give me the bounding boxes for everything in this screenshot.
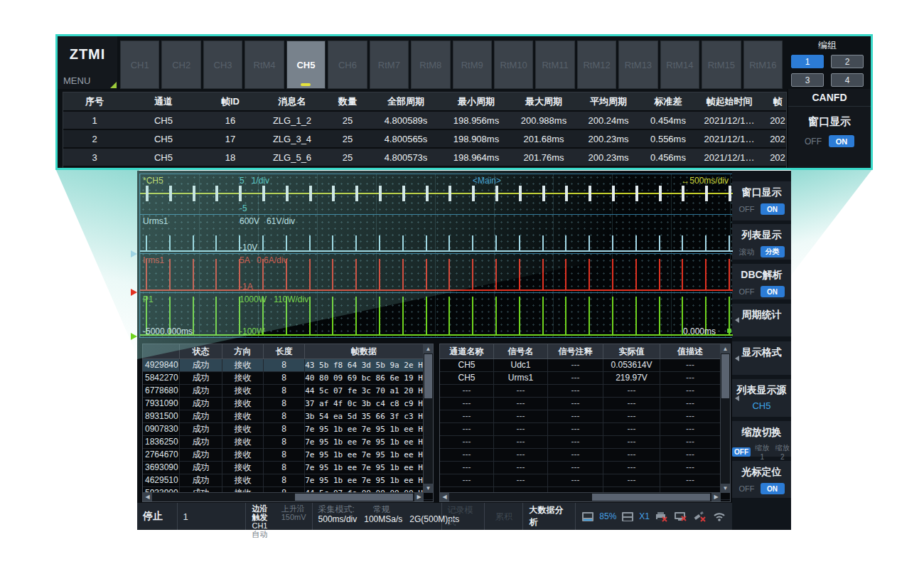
trace-baseline <box>140 334 733 336</box>
frame-row-8[interactable]: 2764670成功接收87e 95 1b ee 7e 95 1b ee H <box>143 449 433 462</box>
tab-rtm12[interactable]: RtM12 <box>577 41 616 89</box>
sidebar-item-3[interactable]: DBC解析OFFON <box>732 264 791 299</box>
group-button-4[interactable]: 4 <box>831 73 864 87</box>
stats-row-2[interactable]: 2CH517ZLG_3_4254.800565s198.908ms201.68m… <box>63 129 787 148</box>
channel-position-marker-irms1[interactable] <box>131 289 137 296</box>
scroll-up-arrow[interactable]: ▲ <box>721 344 730 353</box>
vertical-scrollbar[interactable]: ▲▼ <box>720 344 730 493</box>
horizontal-scrollbar[interactable]: ◀▶ <box>143 492 424 501</box>
window-display-item[interactable]: 窗口显示 OFF ON <box>788 107 871 147</box>
group-button-2[interactable]: 2 <box>831 55 864 68</box>
group-button-3[interactable]: 3 <box>791 73 824 87</box>
scroll-thumb[interactable] <box>295 494 413 501</box>
toggle-off-option[interactable]: OFF <box>739 287 755 296</box>
frame-row-1[interactable]: 4929840成功接收843 5b f8 64 3d 5b 9a 2e H <box>143 359 433 372</box>
window-display-off-option[interactable]: OFF <box>805 137 822 147</box>
toggle-on-option[interactable]: 分类 <box>761 246 785 257</box>
tab-rtm11[interactable]: RtM11 <box>535 41 574 89</box>
tab-ch6[interactable]: CH6 <box>328 41 367 89</box>
stats-row-3[interactable]: 3CH518ZLG_5_6254.800573s198.964ms201.76m… <box>63 148 787 166</box>
record-mode-button[interactable]: 记录模式 <box>442 503 485 530</box>
scroll-left-arrow[interactable]: ◀ <box>440 493 449 501</box>
toggle-off-option[interactable]: 滚动 <box>739 247 755 257</box>
sidebar-item-7[interactable]: 缩放切换OFF缩放1缩放2 <box>732 421 791 457</box>
scroll-left-arrow[interactable]: ◀ <box>143 493 152 501</box>
stats-col-header: 最大周期 <box>511 92 576 111</box>
signal-row-9[interactable]: --------------- <box>440 462 730 474</box>
horizontal-scrollbar[interactable]: ◀▶ <box>440 492 721 501</box>
scroll-up-arrow[interactable]: ▲ <box>424 344 433 353</box>
sidebar-item-6[interactable]: 列表显示源CH5 <box>732 379 791 417</box>
tab-rtm16[interactable]: RtM16 <box>743 41 783 89</box>
window-display-on-option[interactable]: ON <box>829 135 854 147</box>
frame-row-4[interactable]: 7931090成功接收837 af 4f 0c 3b c4 c8 c9 H <box>143 398 433 410</box>
menu-button[interactable]: MENU <box>58 72 117 89</box>
stats-cell: 202 <box>763 129 787 148</box>
zoom-option-缩放1[interactable]: 缩放1 <box>753 443 771 461</box>
frame-row-10[interactable]: 4629510成功接收87e 95 1b ee 7e 95 1b ee H <box>143 474 433 487</box>
sidebar-item-5[interactable]: 显示格式 <box>732 341 791 375</box>
sidebar-item-2[interactable]: 列表显示滚动分类 <box>732 224 791 260</box>
signal-cell: --- <box>603 474 660 486</box>
signal-row-7[interactable]: --------------- <box>440 436 730 449</box>
stats-row-1[interactable]: 1CH516ZLG_1_2254.800589s198.956ms200.988… <box>63 111 787 129</box>
acquisition-info[interactable]: 采集模式: 常规 500ms/div 100MSa/s 2G(500M)pts <box>313 503 442 530</box>
zoom-option-OFF[interactable]: OFF <box>732 447 751 457</box>
signal-row-4[interactable]: --------------- <box>440 398 730 410</box>
tab-ch2[interactable]: CH2 <box>161 41 200 89</box>
big-data-analysis-button[interactable]: 大数据分析 <box>523 503 576 530</box>
scroll-thumb[interactable] <box>721 354 729 398</box>
signal-row-2[interactable]: CH5Urms1---219.97V--- <box>440 372 730 385</box>
group-button-1[interactable]: 1 <box>791 55 824 68</box>
trigger-info[interactable]: 边沿触发 CH1 自动 上升沿 150mV <box>246 503 312 530</box>
sidebar-item-4[interactable]: 周期统计 <box>732 304 791 336</box>
tab-rtm14[interactable]: RtM14 <box>660 41 699 89</box>
tab-rtm4[interactable]: RtM4 <box>245 41 284 89</box>
frame-row-3[interactable]: 6778680成功接收844 5c 07 fe 3c 70 a1 20 H <box>143 385 433 398</box>
tab-ch5[interactable]: CH5 <box>286 41 326 89</box>
signal-row-3[interactable]: --------------- <box>440 385 730 398</box>
tab-rtm13[interactable]: RtM13 <box>618 41 657 89</box>
channel-position-marker-p1[interactable] <box>131 333 137 340</box>
signal-row-5[interactable]: --------------- <box>440 410 730 423</box>
toggle-off-option[interactable]: OFF <box>739 205 755 213</box>
frame-row-2[interactable]: 5842270成功接收840 80 09 69 bc 86 6e 19 H <box>143 372 433 385</box>
signal-row-10[interactable]: --------------- <box>440 474 730 487</box>
tab-ch1[interactable]: CH1 <box>120 41 159 89</box>
tab-ch3[interactable]: CH3 <box>203 41 242 89</box>
scroll-right-arrow[interactable]: ▶ <box>711 493 721 501</box>
signal-row-1[interactable]: CH5Udc1---0.053614V--- <box>440 359 730 372</box>
waveform-area[interactable]: *CH55 1/div-5<Main>↔500ms/divUrms1600V 6… <box>139 174 734 338</box>
scroll-thumb[interactable] <box>592 494 710 501</box>
signal-cell: --- <box>660 398 721 410</box>
channel-position-marker-urms1[interactable] <box>131 250 137 257</box>
tab-rtm8[interactable]: RtM8 <box>411 41 450 89</box>
scroll-down-arrow[interactable]: ▼ <box>721 484 730 493</box>
frame-row-5[interactable]: 8931500成功接收83b 54 ea 5d 35 66 3f c3 H <box>143 410 433 423</box>
sidebar-item-8[interactable]: 光标定位OFFON <box>732 461 791 498</box>
frame-row-9[interactable]: 3693090成功接收87e 95 1b ee 7e 95 1b ee H <box>143 462 433 474</box>
scroll-track[interactable] <box>152 493 414 501</box>
vertical-scrollbar[interactable]: ▲▼ <box>423 344 433 493</box>
run-state[interactable]: 停止 <box>137 503 178 530</box>
tab-rtm7[interactable]: RtM7 <box>370 41 409 89</box>
tab-rtm15[interactable]: RtM15 <box>702 41 741 89</box>
zoom-option-缩放2[interactable]: 缩放2 <box>774 443 792 461</box>
tab-rtm10[interactable]: RtM10 <box>494 41 533 89</box>
scroll-thumb[interactable] <box>424 354 432 398</box>
frame-cell: 7e 95 1b ee 7e 95 1b ee H <box>305 462 424 474</box>
sidebar-item-1[interactable]: 窗口显示OFFON <box>732 181 791 220</box>
toggle-on-option[interactable]: ON <box>761 483 785 494</box>
scroll-track[interactable] <box>449 493 711 501</box>
accumulate-button[interactable]: 累积 <box>485 503 524 530</box>
tab-rtm9[interactable]: RtM9 <box>453 41 492 89</box>
toggle-on-option[interactable]: ON <box>761 286 785 297</box>
frame-row-7[interactable]: 1836250成功接收87e 95 1b ee 7e 95 1b ee H <box>143 436 433 449</box>
signal-row-6[interactable]: --------------- <box>440 423 730 436</box>
toggle-off-option[interactable]: OFF <box>739 484 755 493</box>
scroll-down-arrow[interactable]: ▼ <box>424 484 433 493</box>
scroll-right-arrow[interactable]: ▶ <box>414 493 424 501</box>
toggle-on-option[interactable]: ON <box>761 203 785 215</box>
frame-row-6[interactable]: 0907830成功接收87e 95 1b ee 7e 95 1b ee H <box>143 423 433 436</box>
signal-row-8[interactable]: --------------- <box>440 449 730 462</box>
